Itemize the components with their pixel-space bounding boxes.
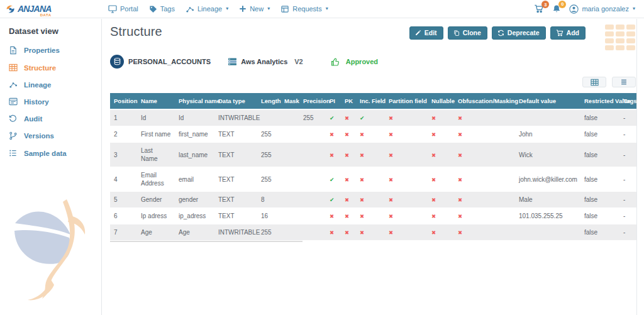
cell-partition_field: ✖ (385, 143, 428, 167)
cart-icon (556, 30, 564, 36)
menu-item-portal[interactable]: Portal (108, 4, 138, 13)
menu-item-new[interactable]: New ▾ (239, 5, 270, 13)
user-menu[interactable]: maria gonzalez ▾ (569, 4, 635, 14)
action-toolbar: Edit Clone Deprecate (409, 26, 586, 40)
cart-button[interactable]: 3 (534, 4, 544, 13)
sidebar-title: Dataset view (0, 19, 101, 41)
sidebar-item-lineage[interactable]: Lineage (0, 76, 101, 93)
table-view-toggle[interactable] (582, 77, 606, 87)
cross-icon: ✖ (330, 131, 334, 138)
menu-item-lineage[interactable]: Lineage ▾ (186, 5, 228, 13)
cross-icon: ✖ (389, 177, 393, 183)
cross-icon: ✖ (330, 213, 334, 219)
cell-obfuscation_masking: ✖ (454, 109, 515, 126)
cell-default_value: john.wick@killer.com (515, 167, 580, 192)
sidebar-item-sample-data[interactable]: Sample data (0, 145, 101, 162)
check-icon: ✔ (330, 177, 335, 183)
cell-pi: ✖ (326, 208, 341, 224)
cross-icon: ✖ (345, 115, 349, 121)
cell-nullable: ✖ (428, 126, 454, 143)
cell-nullable: ✖ (428, 192, 454, 208)
clone-button[interactable]: Clone (448, 26, 487, 40)
column-header-default_value: Default value (515, 93, 580, 109)
cell-length: 255 (257, 224, 280, 241)
horizontal-scrollbar[interactable] (110, 241, 303, 242)
top-navbar: ANJANA DATA Portal Tags (0, 0, 644, 18)
table-row[interactable]: 6Ip adressip_adressTEXT16✖✖✖✖✖✖101.035.2… (110, 208, 636, 224)
table-row[interactable]: 7AgeAgeINTWRITABLE255✖✖✖✖✖✖false- (110, 224, 636, 241)
table-row[interactable]: 4Email AddressemailTEXT255✔✖✖✖✖✖john.wic… (110, 167, 636, 192)
app-logo[interactable]: ANJANA DATA (0, 3, 101, 14)
notifications-button[interactable]: 0 (552, 4, 561, 14)
menu-item-requests[interactable]: Requests ▾ (280, 5, 328, 13)
sidebar-item-history[interactable]: History (0, 93, 101, 110)
cell-precision: 255 (299, 109, 326, 126)
chevron-down-icon: ▾ (633, 6, 635, 11)
cell-pk: ✖ (341, 109, 356, 126)
lineage-icon (9, 80, 18, 89)
navbar-right: 3 0 maria gonzalez ▾ (534, 4, 644, 14)
cell-physical_name: Age (175, 224, 214, 241)
main-content: Structure Edit Clone (103, 19, 644, 315)
structure-table-body: 1IdIdINTWRITABLE255✔✖✔✖✖✖false-2First na… (110, 109, 636, 241)
cross-icon: ✖ (431, 131, 436, 138)
cell-tags: - (619, 167, 636, 192)
system-name: Aws Analytics (241, 58, 287, 65)
cell-pi: ✖ (326, 224, 341, 241)
cell-data_type: TEXT (214, 126, 257, 143)
cell-length: 8 (257, 192, 280, 208)
cell-physical_name: email (175, 167, 214, 192)
sidebar-item-versions[interactable]: Versions (0, 127, 101, 145)
button-label: Deprecate (508, 29, 540, 36)
cell-name: Id (137, 109, 175, 126)
check-icon: ✔ (330, 197, 335, 203)
column-header-data_type: Data type (214, 93, 257, 109)
history-undo-icon (9, 114, 18, 123)
cross-icon: ✖ (360, 197, 364, 203)
list-view-icon (620, 79, 628, 86)
cross-icon: ✖ (458, 115, 462, 121)
cell-length: 16 (257, 208, 280, 224)
cell-pk: ✖ (341, 192, 356, 208)
menu-item-tags[interactable]: Tags (149, 5, 175, 13)
cross-icon: ✖ (389, 229, 393, 236)
column-header-precision: Precision (299, 93, 326, 109)
sidebar-item-structure[interactable]: Structure (0, 59, 101, 76)
add-to-cart-button[interactable]: Add (550, 26, 586, 40)
deprecate-button[interactable]: Deprecate (492, 26, 546, 40)
button-label: Add (567, 29, 579, 36)
cross-icon: ✖ (330, 152, 334, 158)
button-label: Edit (425, 29, 437, 36)
edit-button[interactable]: Edit (409, 26, 443, 40)
chevron-down-icon: ▾ (267, 6, 270, 11)
cell-name: Last Name (137, 143, 175, 167)
cell-pk: ✖ (341, 208, 356, 224)
cell-precision (299, 208, 326, 224)
cell-mask (280, 167, 299, 192)
list-view-toggle[interactable] (612, 77, 636, 87)
cell-default_value: John (515, 126, 580, 143)
brand-subtitle: DATA (40, 13, 52, 17)
cell-default_value (515, 224, 580, 241)
table-row[interactable]: 5GendergenderTEXT8✔✖✖✖✖✖Malefalse- (110, 192, 636, 208)
plus-icon (239, 5, 247, 13)
cell-partition_field: ✖ (385, 126, 428, 143)
cell-nullable: ✖ (428, 208, 454, 224)
cross-icon: ✖ (345, 213, 349, 219)
cross-icon: ✖ (431, 177, 436, 183)
cell-restricted_value: false (580, 126, 619, 143)
sidebar-item-audit[interactable]: Audit (0, 110, 101, 127)
cross-icon: ✖ (458, 197, 462, 203)
sidebar-item-properties[interactable]: Properties (0, 41, 101, 59)
anjana-swirl-icon (5, 4, 16, 14)
table-row[interactable]: 3Last Namelast_nameTEXT255✖✖✖✖✖✖Wickfals… (110, 143, 636, 167)
cell-physical_name: last_name (175, 143, 214, 167)
check-icon: ✔ (360, 115, 365, 121)
cell-pi: ✖ (326, 143, 341, 167)
table-row[interactable]: 2First namefirst_nameTEXT255✖✖✖✖✖✖Johnfa… (110, 126, 636, 143)
cross-icon: ✖ (345, 131, 349, 138)
table-row[interactable]: 1IdIdINTWRITABLE255✔✖✔✖✖✖false- (110, 109, 636, 126)
column-header-mask: Mask (280, 93, 299, 109)
cell-position: 3 (110, 143, 137, 167)
cell-data_type: TEXT (214, 192, 257, 208)
